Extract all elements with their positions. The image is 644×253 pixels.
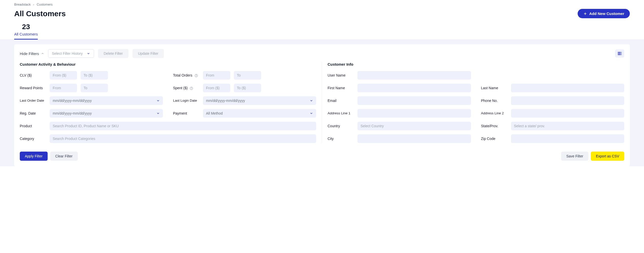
svg-point-9: [196, 76, 196, 76]
svg-point-6: [621, 53, 622, 54]
email-label: Email: [328, 99, 353, 103]
country-select[interactable]: [357, 122, 471, 130]
chevron-down-icon: [310, 99, 313, 102]
select-history-placeholder: Select Filter History: [52, 51, 83, 56]
clv-label: CLV ($): [20, 73, 45, 77]
reward-points-label: Reward Points: [20, 86, 45, 90]
delete-filter-button: Delete Filter: [98, 49, 128, 58]
product-search-input[interactable]: [50, 122, 316, 130]
section-heading-activity: Customer Activity & Behaviour: [20, 62, 316, 66]
date-placeholder: mm/dd/yyyy-mm/dd/yyyy: [53, 99, 92, 103]
spent-label: Spent ($): [173, 86, 198, 90]
zip-label: Zip Code: [481, 137, 506, 141]
date-placeholder: mm/dd/yyyy-mm/dd/yyyy: [53, 111, 92, 115]
lastname-input[interactable]: [511, 84, 624, 92]
firstname-input[interactable]: [357, 84, 471, 92]
last-order-date-picker[interactable]: mm/dd/yyyy-mm/dd/yyyy: [50, 96, 163, 105]
apply-filter-button[interactable]: Apply Filter: [20, 152, 48, 161]
select-filter-history-dropdown[interactable]: Select Filter History: [48, 49, 94, 58]
city-input[interactable]: [357, 134, 471, 143]
date-placeholder: mm/dd/yyyy-mm/dd/yyyy: [206, 99, 245, 103]
chevron-down-icon: [156, 112, 160, 115]
chevron-down-icon: [310, 112, 313, 115]
last-login-date-picker[interactable]: mm/dd/yyyy-mm/dd/yyyy: [203, 96, 316, 105]
section-heading-info: Customer Info: [328, 62, 624, 66]
column-settings-button[interactable]: [615, 49, 624, 58]
state-select[interactable]: [511, 122, 624, 130]
payment-method-select[interactable]: All Method: [203, 109, 316, 118]
breadcrumb-current: Customers: [37, 3, 53, 6]
chevron-down-icon: [87, 52, 90, 55]
phone-input[interactable]: [511, 96, 624, 105]
phone-label: Phone No.: [481, 99, 506, 103]
add-new-customer-button[interactable]: Add New Customer: [578, 9, 630, 18]
tab-count: 23: [22, 23, 30, 31]
tab-all-customers[interactable]: 23 All Customers: [14, 23, 38, 40]
username-label: User Name: [328, 73, 353, 77]
clear-filter-button[interactable]: Clear Filter: [50, 152, 78, 161]
last-login-date-label: Last Login Date: [173, 99, 198, 103]
total-orders-label: Total Orders: [173, 73, 198, 77]
spent-to-input[interactable]: [234, 84, 261, 92]
zip-input[interactable]: [511, 134, 624, 143]
help-icon[interactable]: [190, 86, 193, 90]
category-search-input[interactable]: [50, 134, 316, 143]
chevron-up-icon: [41, 52, 44, 55]
list-icon: [617, 51, 622, 56]
hide-filters-toggle[interactable]: Hide Filters: [20, 51, 44, 56]
svg-point-7: [621, 54, 622, 55]
reward-from-input[interactable]: [50, 84, 77, 92]
svg-point-11: [191, 89, 192, 89]
update-filter-button: Update Filter: [132, 49, 164, 58]
help-icon[interactable]: [194, 74, 198, 77]
reg-date-label: Reg. Date: [20, 111, 45, 115]
country-label: Country: [328, 124, 353, 128]
svg-point-5: [621, 52, 622, 53]
export-csv-button[interactable]: Export as CSV: [591, 152, 624, 161]
clv-from-input[interactable]: [50, 71, 77, 80]
spent-from-input[interactable]: [203, 84, 230, 92]
breadcrumb-root[interactable]: Breadstack: [14, 3, 31, 6]
total-orders-from-input[interactable]: [203, 71, 230, 80]
reward-to-input[interactable]: [81, 84, 108, 92]
svg-rect-3: [618, 53, 621, 54]
address1-input[interactable]: [357, 109, 471, 118]
category-label: Category: [20, 137, 45, 141]
payment-placeholder: All Method: [206, 111, 223, 115]
save-filter-button[interactable]: Save Filter: [561, 152, 588, 161]
address2-input[interactable]: [511, 109, 624, 118]
product-label: Product: [20, 124, 45, 128]
clv-to-input[interactable]: [81, 71, 108, 80]
username-input[interactable]: [357, 71, 471, 80]
addr1-label: Address Line 1: [328, 111, 353, 115]
svg-rect-4: [618, 54, 621, 55]
add-button-label: Add New Customer: [589, 11, 624, 16]
addr2-label: Address Line 2: [481, 111, 506, 115]
chevron-right-icon: ›: [33, 3, 34, 6]
page-title: All Customers: [14, 9, 66, 18]
chevron-down-icon: [156, 99, 160, 102]
payment-label: Payment: [173, 111, 198, 115]
total-orders-to-input[interactable]: [234, 71, 261, 80]
breadcrumb: Breadstack › Customers: [14, 3, 630, 6]
hide-filters-label: Hide Filters: [20, 51, 39, 56]
state-label: State/Prov.: [481, 124, 506, 128]
tab-label: All Customers: [14, 32, 38, 36]
firstname-label: First Name: [328, 86, 353, 90]
last-order-date-label: Last Order Date: [20, 99, 45, 103]
city-label: City: [328, 137, 353, 141]
svg-rect-2: [618, 52, 621, 53]
email-input[interactable]: [357, 96, 471, 105]
plus-icon: [583, 12, 587, 16]
reg-date-picker[interactable]: mm/dd/yyyy-mm/dd/yyyy: [50, 109, 163, 118]
lastname-label: Last Name: [481, 86, 506, 90]
